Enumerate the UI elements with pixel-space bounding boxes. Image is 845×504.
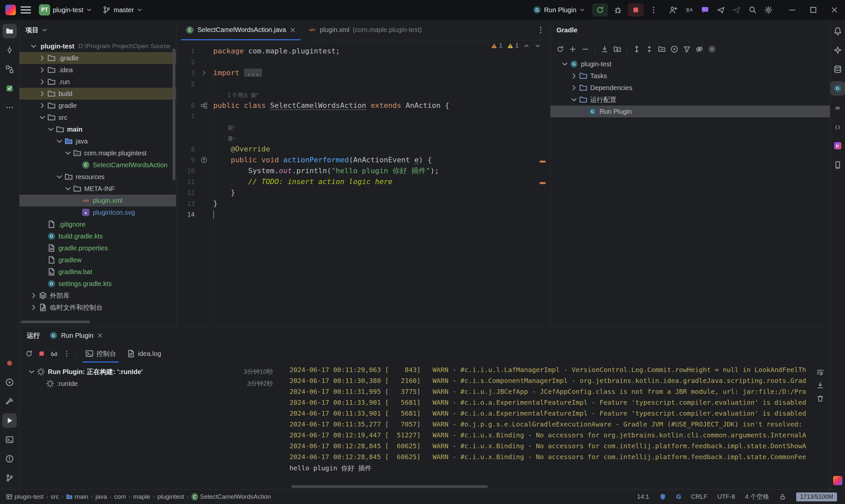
inspections-widget[interactable]: 11	[491, 42, 541, 49]
code-line-13[interactable]: 13}	[176, 198, 550, 209]
search-button[interactable]	[746, 3, 759, 17]
analysis-mark[interactable]	[540, 182, 546, 184]
project-item-gradlew-bat[interactable]: gradlew.bat	[19, 266, 176, 278]
console-horizontal-scrollbar[interactable]	[291, 485, 488, 488]
fold-icon[interactable]	[200, 69, 208, 76]
breadcrumb-src[interactable]: src	[51, 493, 59, 500]
project-item-selectcamelwordsaction[interactable]: CSelectCamelWordsAction	[19, 159, 176, 171]
line-separator[interactable]: CRLF	[691, 493, 708, 500]
run-tab-run-plugin[interactable]: G Run Plugin	[47, 326, 105, 345]
project-horizontal-scrollbar[interactable]	[21, 321, 90, 323]
maximize-button[interactable]	[803, 0, 824, 20]
lock-icon[interactable]	[779, 493, 786, 500]
code-line-8[interactable]: 8 @Override	[176, 143, 550, 155]
project-item-main[interactable]: main	[19, 123, 176, 135]
memory-indicator[interactable]: 1713/5100M	[796, 492, 837, 501]
gradle-group-modules-button[interactable]	[656, 43, 667, 55]
project-panel-header[interactable]: 项目	[19, 20, 176, 40]
breadcrumb-com[interactable]: com	[114, 493, 126, 500]
run-stop-button[interactable]	[36, 348, 47, 359]
toolwindow-device-manager-button[interactable]	[830, 158, 845, 172]
translate-status[interactable]: G	[676, 493, 681, 500]
share-button[interactable]	[714, 3, 727, 17]
toolwindow-gradle-button[interactable]: G	[830, 81, 845, 96]
gradle-expand-all-button[interactable]	[631, 43, 642, 55]
project-vertical-scrollbar[interactable]	[173, 49, 175, 180]
code-line-14[interactable]: 14	[176, 209, 550, 220]
editor-tab-selectcamelwordsaction-java[interactable]: CSelectCamelWordsAction.java	[179, 20, 302, 40]
gradle-item-plugin-test[interactable]: Gplugin-test	[550, 58, 830, 70]
project-item-plugin-xml[interactable]: </>plugin.xml	[19, 195, 176, 206]
breadcrumb-maple[interactable]: maple	[133, 493, 150, 500]
editor[interactable]: 1package com.maple.plugintest;23import .…	[176, 40, 550, 326]
toolwindow-project-button[interactable]	[2, 24, 17, 38]
next-highlight-icon[interactable]	[534, 42, 541, 49]
project-item-java[interactable]: java	[19, 135, 176, 147]
class-diagram-gutter-icon[interactable]	[200, 102, 208, 109]
code-content[interactable]: 1package com.maple.plugintest;23import .…	[176, 46, 550, 220]
code-line-2[interactable]: 2	[176, 56, 550, 67]
console-output[interactable]: 2024-06-17 00:11:29,063 [ 843] WARN - #c…	[287, 366, 830, 489]
feedback-button[interactable]	[730, 3, 743, 17]
inspection-warning-count[interactable]: 1	[507, 42, 518, 49]
inspection-warning-count[interactable]: 1	[491, 42, 503, 49]
console-trash-button[interactable]	[815, 393, 826, 404]
toolwindow-maven-button[interactable]: m	[830, 100, 845, 115]
status-shield-icon[interactable]	[659, 493, 666, 500]
previous-highlight-icon[interactable]	[523, 42, 530, 49]
main-menu-icon[interactable]	[19, 3, 32, 17]
gradle-panel-header[interactable]: Gradle	[550, 20, 830, 40]
gradle-sync-button[interactable]	[554, 43, 566, 55]
run-button[interactable]	[592, 3, 608, 17]
run-more-v-button[interactable]	[61, 348, 72, 359]
code-line-6[interactable]: 6public class SelectCamelWordsAction ext…	[176, 100, 550, 111]
settings-button[interactable]	[762, 3, 775, 17]
analysis-mark[interactable]	[540, 161, 546, 163]
gradle-toggle-offline-button[interactable]	[694, 43, 705, 55]
translate-button[interactable]: 文A	[683, 3, 696, 17]
toolwindow-kotlin-button[interactable]: K	[830, 139, 845, 153]
toolwindow-more-button[interactable]	[2, 100, 17, 115]
project-item-gitignore[interactable]: .gitignore	[19, 218, 176, 230]
toolwindow-ai-assistant-button[interactable]	[830, 43, 845, 57]
gradle-settings-button[interactable]	[706, 43, 718, 55]
project-item-resources[interactable]: resources	[19, 171, 176, 183]
ai-chat-button[interactable]	[699, 3, 712, 17]
console-scrollend-button[interactable]	[815, 380, 826, 391]
project-item-settings-gradle-kts[interactable]: Gsettings.gradle.kts	[19, 278, 176, 290]
caret-position[interactable]: 14:1	[637, 493, 649, 500]
view-tab-item[interactable]: 控制台	[81, 345, 121, 362]
project-item-item[interactable]: 临时文件和控制台	[19, 302, 176, 313]
toolwindow-notifications-button[interactable]	[830, 24, 845, 38]
project-item-build-gradle-kts[interactable]: Gbuild.gradle.kts	[19, 230, 176, 242]
gradle-remove-button[interactable]	[580, 43, 591, 55]
project-item-meta-inf[interactable]: META-INF	[19, 183, 176, 195]
close-button[interactable]	[824, 0, 845, 20]
gradle-filter-button[interactable]	[681, 43, 692, 55]
gradle-collapse-all-button[interactable]	[644, 43, 655, 55]
chevron-down-icon[interactable]	[41, 27, 48, 33]
code-with-me-button[interactable]	[667, 3, 680, 17]
project-item-gradle-properties[interactable]: gradle.properties	[19, 242, 176, 254]
overriding-gutter-icon[interactable]	[200, 156, 208, 164]
gradle-item-tasks[interactable]: Tasks	[550, 70, 830, 82]
toolwindow-dependencies-button[interactable]: { }	[830, 120, 845, 134]
toolwindow-services-button[interactable]	[2, 375, 17, 390]
code-line-7[interactable]: 7	[176, 111, 550, 122]
branch-selector[interactable]: master	[99, 4, 146, 16]
project-item-com-maple-plugintest[interactable]: com.maple.plugintest	[19, 147, 176, 159]
project-item-src[interactable]: src	[19, 111, 176, 123]
toolwindow-terminal-button[interactable]	[2, 432, 17, 447]
toolwindow-structure-button[interactable]	[2, 62, 17, 76]
toolwindow-problems-button[interactable]	[2, 452, 17, 466]
project-selector[interactable]: PT plugin-test	[36, 2, 96, 17]
indent-style[interactable]: 4 个空格	[745, 492, 769, 501]
gradle-item-dependencies[interactable]: Dependencies	[550, 82, 830, 94]
project-item-gradle[interactable]: .gradle	[19, 52, 176, 64]
project-item-item[interactable]: 外部库	[19, 290, 176, 302]
close-tab-icon[interactable]	[289, 27, 296, 33]
close-tab-icon[interactable]	[97, 332, 103, 339]
gradle-download-sources-button[interactable]	[599, 43, 610, 55]
gradle-item-run-plugin[interactable]: GRun Plugin	[550, 106, 830, 118]
gradle-add-button[interactable]	[567, 43, 578, 55]
